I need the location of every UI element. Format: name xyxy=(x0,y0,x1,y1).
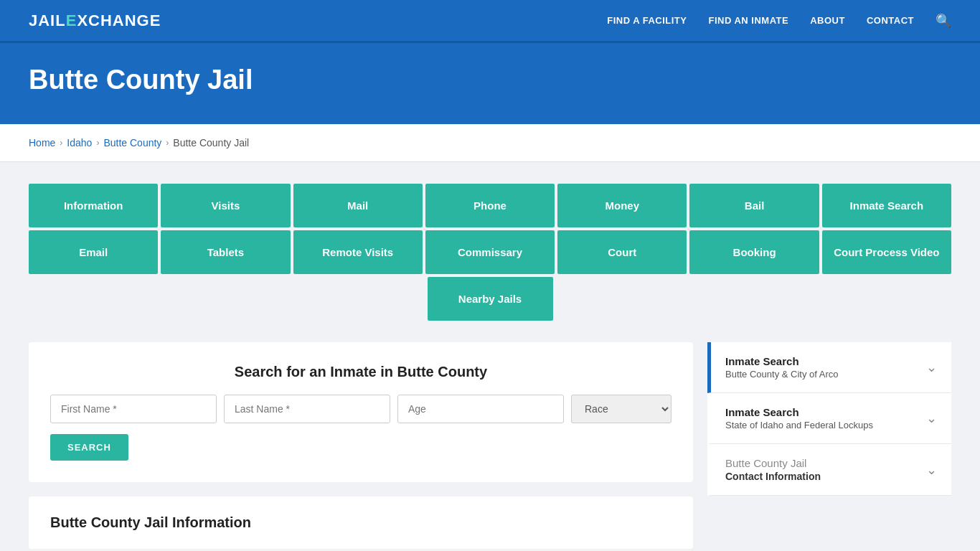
hero-banner: Butte County Jail xyxy=(0,43,980,124)
btn-court-process-video[interactable]: Court Process Video xyxy=(822,230,951,274)
nav-contact[interactable]: CONTACT xyxy=(867,15,914,26)
btn-phone[interactable]: Phone xyxy=(425,184,555,227)
sidebar-item-3-label: Butte County Jail xyxy=(725,457,821,469)
race-select[interactable]: Race White Black Hispanic Asian Other xyxy=(571,395,672,423)
logo[interactable]: JAILEXCHANGE xyxy=(29,11,161,30)
btn-inmate-search[interactable]: Inmate Search xyxy=(822,184,951,227)
btn-mail[interactable]: Mail xyxy=(293,184,423,227)
sidebar: Inmate Search Butte County & City of Arc… xyxy=(707,342,951,496)
nav-find-facility[interactable]: FIND A FACILITY xyxy=(607,15,687,26)
content-row: Search for an Inmate in Butte County Rac… xyxy=(29,342,951,549)
btn-visits[interactable]: Visits xyxy=(161,184,290,227)
breadcrumb-sep-1: › xyxy=(60,138,62,148)
search-button[interactable]: SEARCH xyxy=(50,434,128,461)
btn-court[interactable]: Court xyxy=(557,230,687,274)
breadcrumb-sep-3: › xyxy=(166,138,169,148)
breadcrumb-idaho[interactable]: Idaho xyxy=(67,137,92,149)
btn-bail[interactable]: Bail xyxy=(689,184,819,227)
search-icon[interactable]: 🔍 xyxy=(936,13,951,29)
nav-find-inmate[interactable]: FIND AN INMATE xyxy=(708,15,788,26)
breadcrumb-current: Butte County Jail xyxy=(173,137,249,149)
sidebar-item-3-sublabel: Contact Information xyxy=(725,471,821,482)
search-title: Search for an Inmate in Butte County xyxy=(50,364,672,380)
breadcrumb-home[interactable]: Home xyxy=(29,137,55,149)
sidebar-item-3[interactable]: Butte County Jail Contact Information ⌄ xyxy=(707,444,951,496)
btn-information[interactable]: Information xyxy=(29,184,158,227)
btn-email[interactable]: Email xyxy=(29,230,158,274)
page-title: Butte County Jail xyxy=(29,65,951,95)
breadcrumb: Home › Idaho › Butte County › Butte Coun… xyxy=(0,124,980,162)
chevron-down-icon-2: ⌄ xyxy=(926,410,937,426)
chevron-down-icon-3: ⌄ xyxy=(926,462,937,478)
nav-links: FIND A FACILITY FIND AN INMATE ABOUT CON… xyxy=(607,13,951,29)
first-name-input[interactable] xyxy=(50,395,217,423)
breadcrumb-sep-2: › xyxy=(96,138,99,148)
sidebar-item-1-label: Inmate Search xyxy=(725,355,839,367)
breadcrumb-butte-county[interactable]: Butte County xyxy=(103,137,161,149)
logo-ex: E xyxy=(66,11,77,29)
age-input[interactable] xyxy=(397,395,564,423)
main-content: Information Visits Mail Phone Money Bail… xyxy=(0,162,980,551)
grid-row-1: Information Visits Mail Phone Money Bail… xyxy=(29,184,951,227)
logo-jail: JAIL xyxy=(29,11,66,29)
sidebar-item-2[interactable]: Inmate Search State of Idaho and Federal… xyxy=(707,393,951,444)
sidebar-item-1-sublabel: Butte County & City of Arco xyxy=(725,369,839,380)
bottom-title: Butte County Jail Information xyxy=(50,514,672,531)
grid-row-3: Nearby Jails xyxy=(29,277,951,321)
btn-tablets[interactable]: Tablets xyxy=(161,230,290,274)
search-panel: Search for an Inmate in Butte County Rac… xyxy=(29,342,693,482)
btn-money[interactable]: Money xyxy=(557,184,687,227)
search-fields: Race White Black Hispanic Asian Other xyxy=(50,395,672,423)
logo-xchange: XCHANGE xyxy=(77,11,161,29)
sidebar-item-2-sublabel: State of Idaho and Federal Lockups xyxy=(725,420,873,430)
chevron-down-icon: ⌄ xyxy=(926,359,937,375)
sidebar-item-1[interactable]: Inmate Search Butte County & City of Arc… xyxy=(707,342,951,393)
btn-booking[interactable]: Booking xyxy=(689,230,819,274)
btn-nearby-jails[interactable]: Nearby Jails xyxy=(428,277,553,321)
navbar: JAILEXCHANGE FIND A FACILITY FIND AN INM… xyxy=(0,0,980,43)
bottom-info: Butte County Jail Information xyxy=(29,496,693,549)
btn-remote-visits[interactable]: Remote Visits xyxy=(293,230,423,274)
grid-row-2: Email Tablets Remote Visits Commissary C… xyxy=(29,230,951,274)
sidebar-item-2-label: Inmate Search xyxy=(725,406,873,418)
btn-commissary[interactable]: Commissary xyxy=(425,230,555,274)
nav-about[interactable]: ABOUT xyxy=(810,15,845,26)
last-name-input[interactable] xyxy=(224,395,390,423)
